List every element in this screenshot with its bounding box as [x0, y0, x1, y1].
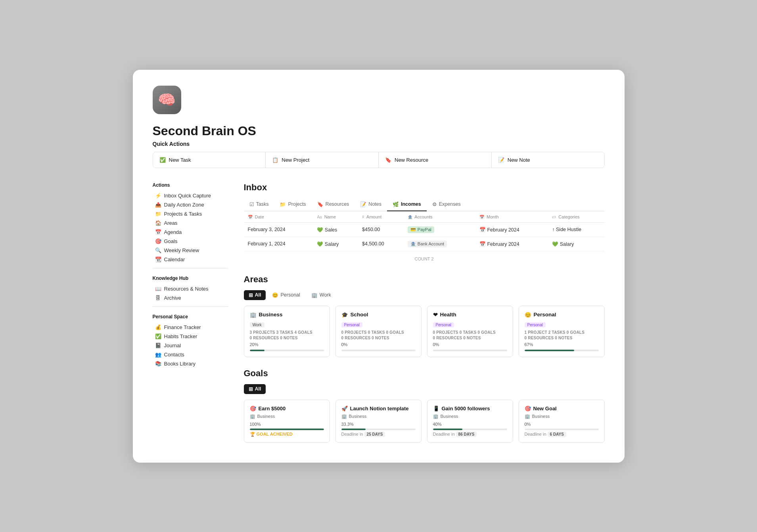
new-note-button[interactable]: 📝 New Note [492, 152, 604, 168]
col-amount: # Amount [358, 211, 404, 223]
personal-icon: 😊 [272, 292, 278, 298]
goal-deadline: Deadline in 25 DAYS [341, 432, 416, 437]
goals-tabs: ⊞ All [244, 384, 605, 394]
area-stats: 0 PROJECTS 0 TASKS 0 GOALS [341, 330, 416, 335]
area-card-school: 🎓 School Personal 0 PROJECTS 0 TASKS 0 G… [335, 306, 422, 357]
sidebar-item-inbox-capture[interactable]: ⚡ Inbox Quick Capture [153, 191, 228, 200]
areas-title: Areas [244, 274, 605, 285]
tab-notes[interactable]: 📝 Notes [355, 198, 387, 211]
goal-title: 🎯 Earn $5000 [250, 406, 324, 411]
sidebar-item-contacts[interactable]: 👥 Contacts [153, 350, 228, 359]
finance-icon: 💰 [155, 324, 161, 330]
sidebar-item-areas[interactable]: 🏠 Areas [153, 218, 228, 228]
goal-area-icon: 🏢 [433, 414, 439, 419]
goal-title: 🎯 New Goal [525, 406, 599, 411]
sidebar-item-books[interactable]: 📚 Books Library [153, 359, 228, 368]
app-container: 🧠 Second Brain OS Quick Actions ✅ New Ta… [133, 70, 625, 463]
new-task-button[interactable]: ✅ New Task [153, 152, 266, 168]
new-resource-button[interactable]: 🔖 New Resource [379, 152, 492, 168]
new-project-button[interactable]: 📋 New Project [266, 152, 379, 168]
main-layout: Actions ⚡ Inbox Quick Capture 📤 Daily Ac… [153, 182, 605, 443]
salary-icon: 💚 [552, 241, 558, 247]
goals-title: Goals [244, 368, 605, 379]
goal-card-new: 🎯 New Goal 🏢 Business 0% Deadline in [519, 400, 605, 443]
goal-area: 🏢 Business [341, 414, 416, 419]
area-stats: 3 PROJECTS 3 TASKS 4 GOALS [250, 330, 324, 335]
area-percent: 0% [433, 342, 507, 347]
area-progress-fill [250, 350, 264, 351]
goals-section: Goals ⊞ All 🎯 Earn $5000 [244, 368, 605, 443]
goals-tab-all[interactable]: ⊞ All [244, 384, 266, 394]
goal-percent: 0% [525, 422, 599, 427]
goal-area: 🏢 Business [525, 414, 599, 419]
area-card-title: ❤ Health [433, 312, 507, 318]
sidebar-item-agenda[interactable]: 📅 Agenda [153, 228, 228, 237]
journal-icon: 📓 [155, 343, 161, 348]
account-badge: 🏦 Bank Account [408, 241, 447, 247]
area-type-badge: Personal [525, 322, 546, 327]
col-month: 📅 Month [475, 211, 548, 223]
sidebar-item-weekly-review[interactable]: 🔍 Weekly Review [153, 246, 228, 255]
sidebar-item-goals[interactable]: 🎯 Goals [153, 237, 228, 246]
project-icon: 📋 [272, 157, 278, 163]
school-icon: 🎓 [341, 312, 348, 318]
goal-area-icon: 🏢 [250, 414, 255, 419]
table-row: February 3, 2024 💚 Sales $450.00 💳 PayPa… [244, 222, 605, 237]
folder-icon: 📁 [155, 211, 161, 217]
area-percent: 20% [250, 342, 324, 347]
sidebar-item-habits[interactable]: ✅ Habits Tracker [153, 332, 228, 341]
category-icon: ↑ [552, 227, 554, 232]
areas-tabs: ⊞ All 😊 Personal 🏢 Work [244, 290, 605, 300]
app-logo: 🧠 [153, 86, 181, 114]
resource-icon: 🔖 [385, 157, 391, 163]
sidebar-item-archive[interactable]: 🗄 Archive [153, 293, 228, 302]
brain-icon: 🧠 [158, 92, 176, 108]
quick-actions-bar: ✅ New Task 📋 New Project 🔖 New Resource … [153, 152, 605, 168]
goal-progress-fill [250, 429, 324, 430]
goal-progress-bar [433, 429, 507, 430]
upload-icon: 📤 [155, 202, 161, 208]
tab-expenses[interactable]: ⚙ Expenses [427, 198, 466, 211]
sidebar-item-daily-action[interactable]: 📤 Daily Action Zone [153, 200, 228, 209]
area-tab-personal[interactable]: 😊 Personal [267, 290, 305, 300]
deadline-badge: 6 DAYS [548, 432, 566, 437]
inbox-title: Inbox [244, 182, 605, 193]
income-icon: 💚 [317, 227, 323, 233]
area-progress-bar [525, 350, 599, 351]
quick-actions-label: Quick Actions [153, 141, 605, 147]
area-stats: 0 PROJECTS 0 TASKS 0 GOALS [433, 330, 507, 335]
deadline-badge: 86 DAYS [456, 432, 477, 437]
sidebar-item-finance[interactable]: 💰 Finance Tracker [153, 323, 228, 332]
calendar-icon: 📅 [155, 229, 161, 235]
tasks-tab-icon: ☑ [249, 201, 254, 207]
work-icon: 🏢 [311, 292, 318, 298]
goals-grid: 🎯 Earn $5000 🏢 Business 100% 🏆 GOAL ACHE… [244, 400, 605, 443]
archive-icon: 🗄 [155, 295, 161, 301]
tab-projects[interactable]: 📁 Projects [274, 198, 311, 211]
area-stats2: 0 RESOURCES 0 NOTES [433, 336, 507, 340]
sidebar-item-resources-notes[interactable]: 📖 Resources & Notes [153, 284, 228, 293]
goal-title: 📱 Gain 5000 followers [433, 406, 507, 411]
area-tab-all[interactable]: ⊞ All [244, 290, 266, 300]
tab-resources[interactable]: 🔖 Resources [312, 198, 355, 211]
sidebar-item-calendar[interactable]: 📆 Calendar [153, 255, 228, 264]
sidebar-item-journal[interactable]: 📓 Journal [153, 341, 228, 350]
area-stats2: 0 RESOURCES 0 NOTES [525, 336, 599, 340]
sidebar-item-projects-tasks[interactable]: 📁 Projects & Tasks [153, 209, 228, 218]
expenses-tab-icon: ⚙ [432, 201, 437, 207]
area-card-title: 😊 Personal [525, 312, 599, 318]
area-progress-bar [433, 350, 507, 351]
area-percent: 67% [525, 342, 599, 347]
col-categories: 🏷 Categories [548, 211, 604, 223]
goal-title: 🚀 Launch Notion template [341, 406, 416, 411]
tab-tasks[interactable]: ☑ Tasks [244, 198, 274, 211]
projects-tab-icon: 📁 [280, 201, 286, 207]
area-tab-work[interactable]: 🏢 Work [307, 290, 336, 300]
goal-area: 🏢 Business [250, 414, 324, 419]
areas-grid: 🏢 Business Work 3 PROJECTS 3 TASKS 4 GOA… [244, 306, 605, 357]
month-icon: 📅 [479, 227, 486, 233]
paypal-icon: 💳 [410, 227, 416, 232]
tab-incomes[interactable]: 🌿 Incomes [387, 198, 427, 211]
area-progress-bar [341, 350, 416, 351]
deadline-badge: 25 DAYS [364, 432, 385, 437]
